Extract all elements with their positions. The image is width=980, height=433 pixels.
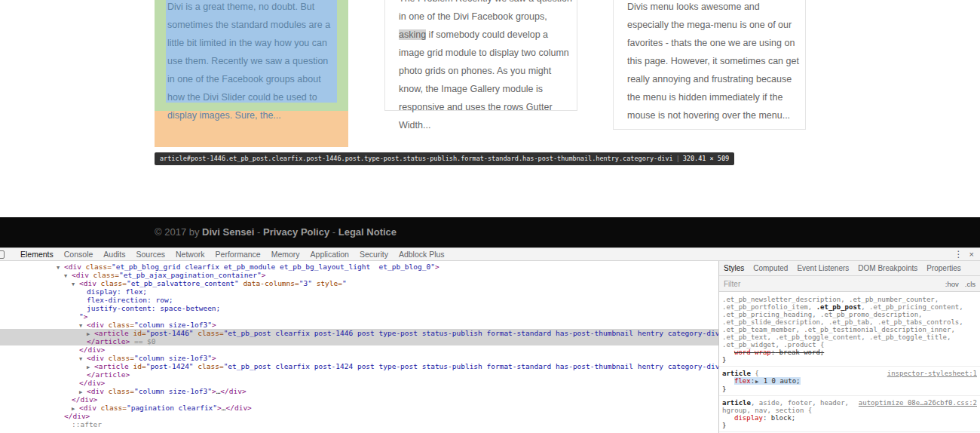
dom-tree-line[interactable]: </article>	[0, 370, 718, 379]
styles-tab-dom-breakpoints[interactable]: DOM Breakpoints	[853, 261, 922, 276]
footer-text: © 2017 by Divi Sensei - Privacy Policy -…	[155, 217, 980, 247]
inspect-tooltip-size: 320.41 × 509	[683, 155, 729, 162]
collapse-arrow-icon[interactable]: ▶	[87, 364, 94, 370]
expand-arrow-icon[interactable]: ▼	[79, 355, 87, 362]
styles-filter-bar: :hov .cls	[719, 276, 980, 292]
devtools-tab-sources[interactable]: Sources	[131, 248, 171, 261]
expand-arrow-icon[interactable]: ▼	[64, 272, 72, 279]
copyright-text: © 2017 by	[155, 226, 202, 238]
dom-tree-line[interactable]: </div>	[0, 412, 718, 420]
css-rule: inspector-stylesheet:1article {flex:▶ 1 …	[719, 367, 980, 396]
dom-tree-line[interactable]: </article> == $0	[0, 337, 718, 345]
devtools-tab-adblock-plus[interactable]: Adblock Plus	[394, 248, 450, 261]
css-rule-source-link[interactable]: autoptimize_08e…a26cbf0.css:2	[859, 399, 977, 407]
dom-tree-line[interactable]: </div>	[0, 345, 718, 354]
collapse-arrow-icon[interactable]: ▶	[72, 405, 79, 412]
toggle-hover-state-button[interactable]: :hov	[945, 280, 959, 288]
dom-tree-line[interactable]: ▼<div class="column size-1of3">	[0, 354, 718, 362]
blog-card-1-text: Divi is a great theme, no doubt. But som…	[167, 0, 336, 124]
devtools-tabs: ElementsConsoleAuditsSourcesNetworkPerfo…	[15, 248, 450, 261]
dom-tree-line[interactable]: ">	[0, 312, 718, 321]
devtools-tab-application[interactable]: Application	[305, 248, 354, 261]
dom-tree-line[interactable]: ::after	[0, 420, 718, 428]
devtools-tab-audits[interactable]: Audits	[98, 248, 130, 261]
styles-tab-styles[interactable]: Styles	[719, 261, 749, 276]
collapse-arrow-icon[interactable]: ▶	[79, 388, 87, 395]
styles-pane: StylesComputedEvent ListenersDOM Breakpo…	[718, 261, 980, 433]
devtools-tab-console[interactable]: Console	[59, 248, 99, 261]
device-toolbar-icon[interactable]	[0, 250, 5, 259]
styles-rules: .et_pb_newsletter_description, .et_pb_nu…	[719, 292, 980, 433]
css-rule-close-brace: }	[722, 385, 977, 393]
dom-tree-line[interactable]: ▶<div class="column size-1of3">…</div>	[0, 387, 718, 395]
dom-tree-line[interactable]: justify-content: space-between;	[0, 304, 718, 312]
css-rule-selector[interactable]: .et_pb_newsletter_description, .et_pb_nu…	[722, 296, 977, 349]
inspect-tooltip-selector: article#post-1446.et_pb_post.clearfix.po…	[160, 155, 673, 162]
styles-tab-properties[interactable]: Properties	[922, 261, 966, 276]
devtools-tab-network[interactable]: Network	[170, 248, 210, 261]
footer-separator-2: -	[329, 226, 338, 238]
close-devtools-icon[interactable]: ×	[968, 250, 980, 259]
styles-tab-computed[interactable]: Computed	[749, 261, 792, 276]
dom-tree-line[interactable]: </div>	[0, 395, 718, 404]
css-rule: autoptimize_08e…a26cbf0.css:2article, as…	[719, 396, 980, 432]
collapse-arrow-icon[interactable]: ▶	[87, 330, 94, 337]
browser-viewport: Divi is a great theme, no doubt. But som…	[0, 0, 980, 217]
footer-separator-1: -	[254, 226, 263, 238]
expand-arrow-icon[interactable]: ▼	[57, 264, 64, 271]
css-rule-close-brace: }	[722, 356, 977, 364]
css-rule-close-brace: }	[722, 422, 977, 429]
expand-arrow-icon[interactable]: ▼	[79, 322, 87, 329]
css-rule: .et_pb_newsletter_description, .et_pb_nu…	[719, 293, 980, 367]
site-footer: © 2017 by Divi Sensei - Privacy Policy -…	[0, 217, 980, 247]
dom-tree-line[interactable]: ▼<div class="et_pb_salvattore_content" d…	[0, 279, 718, 287]
devtools-tab-security[interactable]: Security	[354, 248, 394, 261]
devtools-body: ▼<div class="et_pb_blog_grid clearfix et…	[0, 261, 980, 433]
devtools-panel: ElementsConsoleAuditsSourcesNetworkPerfo…	[0, 247, 980, 433]
inspect-tooltip-separator: |	[676, 155, 680, 162]
more-options-icon[interactable]: ⋮	[950, 249, 968, 259]
shorthand-expander-icon[interactable]: ▶	[755, 379, 758, 385]
dom-tree-line[interactable]: ▼<div class="et_pb_ajax_pagination_conta…	[0, 271, 718, 279]
css-declaration[interactable]: display: block;	[722, 414, 977, 422]
legal-notice-link[interactable]: Legal Notice	[338, 226, 397, 238]
dom-tree-line[interactable]: ▶<article id="post-1446" class="et_pb_po…	[0, 329, 718, 337]
card-2-text-before: The Problem Recently we saw a question i…	[399, 0, 572, 22]
css-declaration[interactable]: word-wrap: break-word;	[722, 349, 977, 356]
devtools-tab-memory[interactable]: Memory	[266, 248, 305, 261]
dom-tree-line[interactable]: ▶<div class="pagination clearfix">…</div…	[0, 404, 718, 412]
site-name: Divi Sensei	[202, 226, 254, 238]
styles-panel-tabs: StylesComputedEvent ListenersDOM Breakpo…	[719, 261, 980, 276]
toggle-classes-button[interactable]: .cls	[965, 280, 975, 288]
dom-tree: ▼<div class="et_pb_blog_grid clearfix et…	[0, 261, 718, 433]
dom-tree-line[interactable]: ▼<div class="et_pb_blog_grid clearfix et…	[0, 263, 718, 271]
devtools-tab-elements[interactable]: Elements	[15, 248, 59, 261]
privacy-policy-link[interactable]: Privacy Policy	[263, 226, 329, 238]
selected-word: asking	[399, 29, 426, 40]
dom-tree-line[interactable]: </div>	[0, 379, 718, 387]
devtools-tab-performance[interactable]: Performance	[210, 248, 266, 261]
styles-tab-event-listeners[interactable]: Event Listeners	[792, 261, 853, 276]
inspect-tooltip: article#post-1446.et_pb_post.clearfix.po…	[155, 152, 734, 165]
devtools-toolbar: ElementsConsoleAuditsSourcesNetworkPerfo…	[0, 248, 980, 261]
css-rule-source-link[interactable]: inspector-stylesheet:1	[887, 370, 977, 377]
blog-card-2-text: The Problem Recently we saw a question i…	[399, 0, 572, 134]
card-2-text-after: if somebody could develop a image grid m…	[399, 29, 569, 131]
expand-arrow-icon[interactable]: ▼	[72, 281, 79, 287]
styles-filter-input[interactable]	[724, 280, 939, 288]
dom-tree-line[interactable]: flex-direction: row;	[0, 296, 718, 304]
blog-card-3-text: Divis menu looks awesome and especially …	[627, 0, 801, 124]
dom-tree-line[interactable]: ▶<article id="post-1424" class="et_pb_po…	[0, 362, 718, 370]
dom-tree-line[interactable]: display: flex;	[0, 287, 718, 296]
css-declaration[interactable]: flex:▶ 1 0 auto;	[722, 377, 977, 385]
dom-tree-line[interactable]: ▼<div class="column size-1of3">	[0, 321, 718, 329]
